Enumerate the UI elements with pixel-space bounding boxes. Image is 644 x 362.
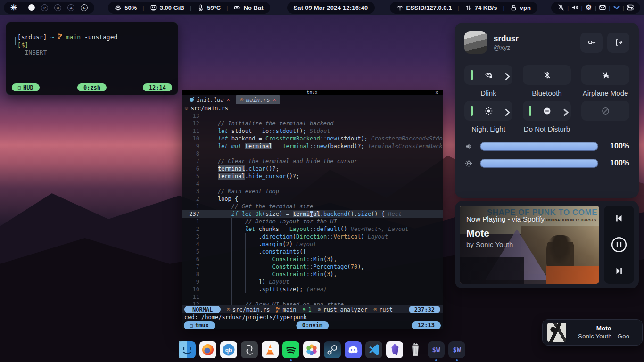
svg-text:qb: qb [225,347,232,354]
statusline-lsp: ⚙rust_analyzer [318,306,368,313]
previous-track-button[interactable] [614,213,624,223]
code-line: 9 ]) Layout [182,278,443,286]
code-line: 12 // Draw UI based on app state [182,301,443,305]
active-indicator [471,106,473,116]
toggle-bluetooth[interactable] [523,65,571,85]
stat-cpu: 50% [115,4,137,11]
window-icon: □ [18,84,21,91]
qbittorrent-icon: qb [220,341,237,358]
tab-close-icon[interactable]: × [273,97,276,103]
code-area[interactable]: 1312 // Initialize the terminal backend1… [182,112,443,305]
tray-settings[interactable]: ⚙ [584,2,594,13]
prompt-user: [srdusr] [17,33,47,41]
dock-photos[interactable] [303,341,320,358]
tmux-window-pill: 0:nvim [296,321,329,329]
dock-obsidian[interactable] [386,341,403,358]
user-handle: @xyz [494,44,519,51]
net-updown: 74 KB/s [465,4,497,11]
git-branch-icon [58,33,62,39]
dock-qbittorrent[interactable]: qb [220,341,237,358]
wifi-icon [396,4,404,11]
dock-sw-window[interactable]: $W [428,341,445,358]
distro-logo-icon: ✳ [10,4,17,12]
dock-spotify[interactable] [282,341,299,358]
code-line: 10 .split(size); (area) [182,286,443,293]
stat-ram: 3.00 GiB [150,4,184,11]
cursor-position: 237:32 [409,306,440,313]
airplane-icon [601,71,610,80]
code-line: 9 let mut terminal = Terminal::new(backe… [182,142,443,150]
dock-obs[interactable] [241,341,258,358]
toggle-dlink[interactable] [464,65,512,85]
hud-terminal-window[interactable]: ┌[srdusr] ~ main -unstaged └[$] -- INSER… [6,22,178,95]
toggle-do-not-disturb[interactable] [523,101,571,121]
toggle-blocked [581,101,629,121]
dock-trash[interactable] [407,341,424,358]
line-number: 2 [182,195,204,203]
chevron-right-icon[interactable] [503,72,507,78]
code-line: 2 let chunks = Layout::default() Vec<Rec… [182,225,443,233]
line-number: 1 [182,203,204,210]
dock-vscode[interactable] [365,341,382,358]
rust-file-icon: ® [185,105,188,111]
dock-steam[interactable] [324,341,341,358]
code-line: 1 // Get the terminal size [182,203,443,210]
lua-file-icon [190,98,194,102]
nvim-statusline: NORMAL ®src/main.rs main ⚑1 ⚙rust_analyz… [182,305,443,313]
dock-discord[interactable] [345,341,362,358]
line-number: 10 [182,286,204,293]
code-line: 10 let backend = CrosstermBackend::new(s… [182,135,443,142]
files-icon [179,341,196,358]
quick-toggles: DlinkBluetoothAirplane ModeNight LightDo… [464,65,629,137]
lock-keys-button[interactable] [580,33,603,53]
line-number: 8 [182,271,204,278]
tmux-clock-pill: 12:13 [412,321,441,329]
line-number: 1 [182,218,204,225]
window-button-label: $W [428,341,445,358]
firefox-icon [199,341,216,358]
line-number: 7 [182,157,204,165]
line-number: 10 [182,135,204,142]
pause-button[interactable] [611,236,627,253]
line-number: 12 [182,301,204,305]
workspace-4[interactable]: 4 [67,4,74,11]
tray-toggles[interactable] [625,2,636,13]
logout-button[interactable] [607,33,629,53]
tray-mic-muted[interactable] [556,2,566,13]
workspace-3[interactable]: 3 [54,4,61,11]
workspace-1[interactable] [28,4,35,11]
sun-icon [484,107,493,115]
chevron-right-icon[interactable] [561,108,565,114]
dock-vlc[interactable] [262,341,279,358]
key-icon [587,38,596,47]
dock-firefox[interactable] [199,341,216,358]
tab-init-lua[interactable]: init.lua × [185,95,234,104]
dock-files[interactable] [179,341,196,358]
next-track-button[interactable] [614,266,624,276]
toggle-airplane-mode[interactable] [581,65,629,85]
speaker-slider[interactable] [480,142,598,151]
workspace-5[interactable]: 5 [81,4,88,11]
tray-mail[interactable] [597,2,608,13]
prompt-git-branch: main [62,33,81,41]
ram-icon [150,4,157,11]
dock-sw-window-2[interactable]: $W [448,341,465,358]
statusline-diagnostics: ⚑1 [302,306,311,313]
chevron-right-icon[interactable] [503,108,507,114]
tab-close-icon[interactable]: × [227,97,230,103]
editor-window[interactable]: tmux x init.lua × ® main.rs × ® src/main… [182,90,443,329]
tray-chevron-down[interactable] [611,2,622,13]
tmux-titlebar: tmux x [182,90,443,95]
window-close-button[interactable]: x [436,90,438,95]
network-pill[interactable]: ESSID/127.0.0.1|74 KB/s|vpn [390,2,537,14]
toggle-night-light[interactable] [464,101,512,121]
running-indicator [456,359,458,361]
brightness-slider[interactable] [480,159,598,168]
code-line: 3 .direction(Direction::Vertical) Layout [182,233,443,240]
workspace-2[interactable]: 2 [41,4,48,11]
battery-icon [234,4,241,11]
tab-main-rs[interactable]: ® main.rs × [236,95,280,104]
previous-icon [614,213,624,223]
clock[interactable]: Sat 09 Mar 2024 12:16:40 [287,2,375,14]
tray-volume[interactable] [570,2,580,13]
